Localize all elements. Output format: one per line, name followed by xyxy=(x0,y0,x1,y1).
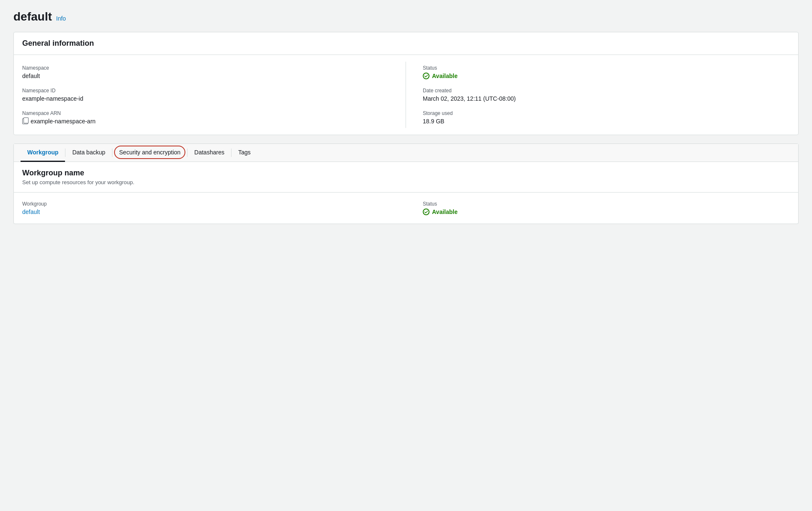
status-field: Status Available xyxy=(423,65,790,79)
card-body: Namespace default Namespace ID example-n… xyxy=(14,55,798,135)
namespace-field: Namespace default xyxy=(22,65,389,79)
tab-security-encryption[interactable]: Security and encryption xyxy=(112,144,187,162)
workgroup-status-available: Available xyxy=(423,209,790,215)
info-grid: Namespace default Namespace ID example-n… xyxy=(22,62,790,128)
workgroup-status-check-icon xyxy=(423,209,429,215)
workgroup-status-label: Status xyxy=(423,201,790,207)
workgroup-card: Workgroup name Set up compute resources … xyxy=(13,162,799,224)
namespace-arn-value: example-namespace-arn xyxy=(31,118,96,125)
storage-used-field: Storage used 18.9 GB xyxy=(423,110,790,125)
status-check-icon xyxy=(423,73,429,79)
namespace-id-field: Namespace ID example-namespace-id xyxy=(22,88,389,102)
workgroup-info-grid: Workgroup default Status Available xyxy=(14,193,798,224)
copy-icon[interactable] xyxy=(22,118,28,124)
workgroup-card-header: Workgroup name Set up compute resources … xyxy=(14,162,798,193)
date-created-label: Date created xyxy=(423,88,790,94)
status-available: Available xyxy=(423,73,790,79)
namespace-arn-label: Namespace ARN xyxy=(22,110,389,116)
tabs-container: Workgroup Data backup Security and encry… xyxy=(13,143,799,162)
page-title: default xyxy=(13,10,52,23)
info-col-left: Namespace default Namespace ID example-n… xyxy=(22,62,406,128)
namespace-label: Namespace xyxy=(22,65,389,71)
workgroup-status-field: Status Available xyxy=(406,199,790,217)
namespace-value: default xyxy=(22,73,389,79)
workgroup-name-field: Workgroup default xyxy=(22,199,406,217)
general-info-title: General information xyxy=(22,39,790,48)
tab-tags[interactable]: Tags xyxy=(232,144,258,162)
workgroup-section-subtitle: Set up compute resources for your workgr… xyxy=(22,179,790,185)
status-value: Available xyxy=(432,73,458,79)
status-label: Status xyxy=(423,65,790,71)
date-created-value: March 02, 2023, 12:11 (UTC-08:00) xyxy=(423,95,790,102)
namespace-id-value: example-namespace-id xyxy=(22,95,389,102)
namespace-id-label: Namespace ID xyxy=(22,88,389,94)
card-header: General information xyxy=(14,32,798,55)
tab-workgroup[interactable]: Workgroup xyxy=(21,144,65,162)
workgroup-status-value: Available xyxy=(432,209,458,215)
workgroup-name-label: Workgroup xyxy=(22,201,406,207)
tab-datashares[interactable]: Datashares xyxy=(187,144,231,162)
info-col-right: Status Available Date created M xyxy=(406,62,790,128)
info-link[interactable]: Info xyxy=(56,15,66,22)
date-created-field: Date created March 02, 2023, 12:11 (UTC-… xyxy=(423,88,790,102)
arn-row: example-namespace-arn xyxy=(22,118,389,125)
workgroup-section-title: Workgroup name xyxy=(22,169,790,177)
general-info-card: General information Namespace default Na… xyxy=(13,32,799,135)
tabs-bar: Workgroup Data backup Security and encry… xyxy=(14,144,798,162)
storage-used-label: Storage used xyxy=(423,110,790,116)
namespace-arn-field: Namespace ARN example-namespace-arn xyxy=(22,110,389,125)
page-header: default Info xyxy=(13,10,799,23)
workgroup-link[interactable]: default xyxy=(22,209,40,215)
storage-used-value: 18.9 GB xyxy=(423,118,790,125)
tab-data-backup[interactable]: Data backup xyxy=(65,144,112,162)
